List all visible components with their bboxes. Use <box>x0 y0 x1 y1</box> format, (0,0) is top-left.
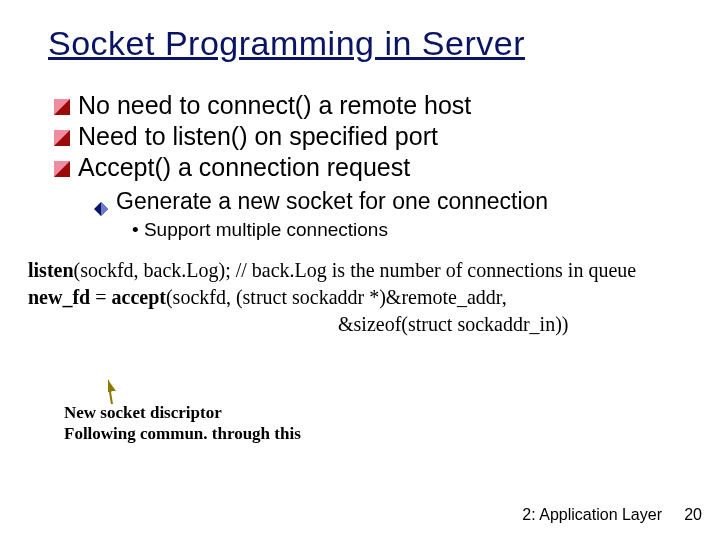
bullet-list: No need to connect() a remote host Need … <box>54 91 680 241</box>
code-text: (sockfd, (struct sockaddr *)&remote_addr… <box>166 286 507 308</box>
bullet-text: Support multiple connections <box>144 219 388 240</box>
bullet-level1: No need to connect() a remote host <box>54 91 680 120</box>
page-number: 20 <box>684 506 702 524</box>
footer-text: 2: Application Layer <box>522 506 662 524</box>
square-bullet-icon <box>54 161 70 177</box>
bullet-level1: Need to listen() on specified port <box>54 122 680 151</box>
code-line: &sizeof(struct sockaddr_in)) <box>338 311 680 338</box>
code-text: &sizeof(struct sockaddr_in)) <box>338 313 568 335</box>
code-line: listen(sockfd, back.Log); // back.Log is… <box>28 257 680 284</box>
code-keyword: listen <box>28 259 74 281</box>
bullet-text: Need to listen() on specified port <box>78 122 438 151</box>
code-line: new_fd = accept(sockfd, (struct sockaddr… <box>28 284 680 311</box>
bullet-text: Generate a new socket for one connection <box>116 188 548 215</box>
bullet-text: Accept() a connection request <box>78 153 410 182</box>
square-bullet-icon <box>54 130 70 146</box>
bullet-level3: Support multiple connections <box>132 219 680 241</box>
code-text: = <box>90 286 111 308</box>
slide: Socket Programming in Server No need to … <box>0 0 720 540</box>
bullet-level2: Generate a new socket for one connection <box>94 188 680 215</box>
code-keyword: accept <box>112 286 166 308</box>
bullet-text: No need to connect() a remote host <box>78 91 471 120</box>
annotation-line: Following commun. through this <box>64 423 301 444</box>
annotation-line: New socket discriptor <box>64 402 301 423</box>
diamond-bullet-icon <box>94 195 108 209</box>
code-text: (sockfd, back.Log); // back.Log is the n… <box>74 259 637 281</box>
svg-marker-4 <box>101 202 108 216</box>
square-bullet-icon <box>54 99 70 115</box>
bullet-level1: Accept() a connection request <box>54 153 680 182</box>
code-keyword: new_fd <box>28 286 90 308</box>
svg-line-5 <box>108 380 112 404</box>
callout-annotation: New socket discriptor Following commun. … <box>64 402 301 445</box>
code-block: listen(sockfd, back.Log); // back.Log is… <box>28 257 680 338</box>
slide-title: Socket Programming in Server <box>48 24 680 63</box>
